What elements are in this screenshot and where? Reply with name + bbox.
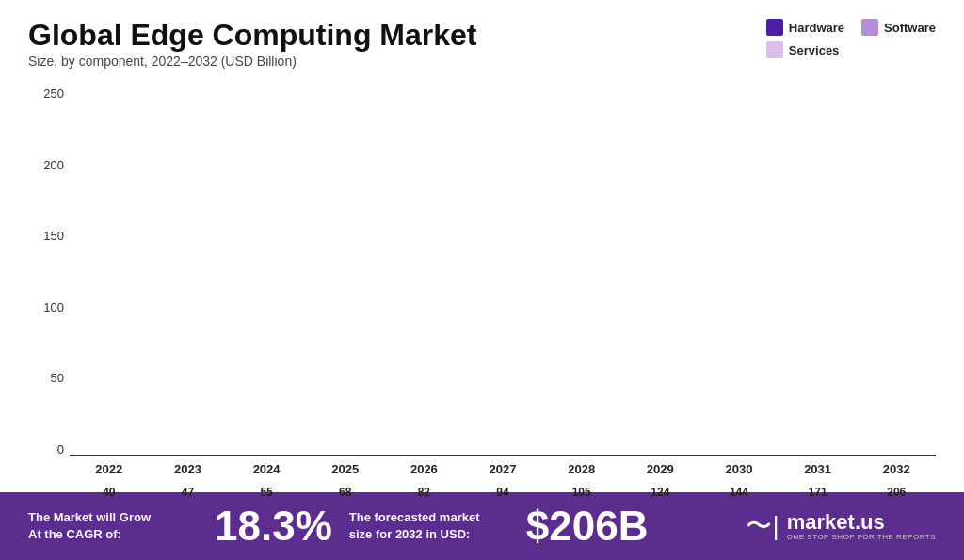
- logo-icon: 〜|: [746, 508, 779, 544]
- bar-total-label: 105: [572, 486, 591, 499]
- bottom-banner: The Market will Grow At the CAGR of: 18.…: [0, 492, 964, 560]
- legend: Hardware Software Services: [766, 19, 936, 58]
- x-axis-label: 2026: [385, 456, 464, 483]
- legend-row-1: Hardware Software: [766, 19, 936, 36]
- banner-cagr-prefix1: The Market will Grow: [28, 509, 198, 526]
- legend-box-software: [861, 19, 878, 36]
- x-axis-label: 2031: [779, 456, 858, 483]
- chart-container: Global Edge Computing Market Size, by co…: [0, 0, 964, 560]
- bar-total-label: 94: [496, 486, 508, 499]
- banner-forecast-value: $206B: [526, 505, 649, 547]
- legend-item-hardware: Hardware: [766, 19, 844, 36]
- bar-total-label: 47: [182, 486, 194, 499]
- legend-row-2: Services: [766, 41, 936, 58]
- y-axis-label: 200: [43, 158, 64, 172]
- legend-box-services: [766, 41, 783, 58]
- x-labels-row: 2022202320242025202620272028202920302031…: [70, 456, 936, 483]
- y-axis-label: 50: [51, 371, 64, 385]
- bar-total-label: 55: [260, 486, 272, 499]
- x-axis-label: 2025: [306, 456, 385, 483]
- y-axis-label: 100: [43, 300, 64, 314]
- y-axis: 250200150100500: [28, 82, 64, 483]
- banner-forecast-prefix1: The forecasted market: [349, 509, 509, 526]
- bar-total-label: 144: [730, 486, 748, 499]
- x-axis-label: 2028: [542, 456, 621, 483]
- banner-cagr-value: 18.3%: [215, 505, 332, 547]
- x-axis-label: 2029: [620, 456, 699, 483]
- x-axis-label: 2030: [699, 456, 779, 483]
- chart-area: 250200150100500 404755688294105124144171…: [28, 82, 936, 483]
- legend-item-services: Services: [766, 41, 840, 58]
- banner-logo-area: 〜| market.us ONE STOP SHOP FOR THE REPOR…: [746, 508, 936, 544]
- bar-total-label: 68: [339, 486, 351, 499]
- banner-forecast-text: The forecasted market size for 2032 in U…: [349, 509, 509, 543]
- y-axis-label: 150: [43, 229, 64, 243]
- banner-cagr-text: The Market will Grow At the CAGR of:: [28, 509, 198, 543]
- legend-label-software: Software: [884, 21, 936, 35]
- logo-main: market.us: [787, 511, 936, 534]
- x-axis-label: 2023: [149, 456, 228, 483]
- banner-logo-text: market.us ONE STOP SHOP FOR THE REPORTS: [787, 511, 936, 542]
- bar-total-label: 206: [887, 486, 906, 499]
- x-axis-label: 2022: [70, 456, 149, 483]
- legend-box-hardware: [766, 19, 783, 36]
- legend-label-hardware: Hardware: [789, 21, 844, 35]
- bar-total-label: 82: [418, 486, 430, 499]
- x-axis-label: 2024: [227, 456, 306, 483]
- x-axis-label: 2032: [857, 456, 936, 483]
- logo-sub: ONE STOP SHOP FOR THE REPORTS: [787, 534, 936, 542]
- main-area: Global Edge Computing Market Size, by co…: [0, 0, 964, 492]
- banner-forecast-prefix2: size for 2032 in USD:: [349, 526, 509, 543]
- bar-total-label: 171: [809, 486, 827, 499]
- y-axis-label: 250: [43, 87, 64, 101]
- banner-cagr-prefix2: At the CAGR of:: [28, 526, 198, 543]
- legend-label-services: Services: [789, 43, 840, 57]
- bar-total-label: 40: [103, 486, 115, 499]
- x-axis-label: 2027: [463, 456, 542, 483]
- bar-total-label: 124: [651, 486, 669, 499]
- y-axis-label: 0: [57, 442, 64, 456]
- legend-item-software: Software: [861, 19, 936, 36]
